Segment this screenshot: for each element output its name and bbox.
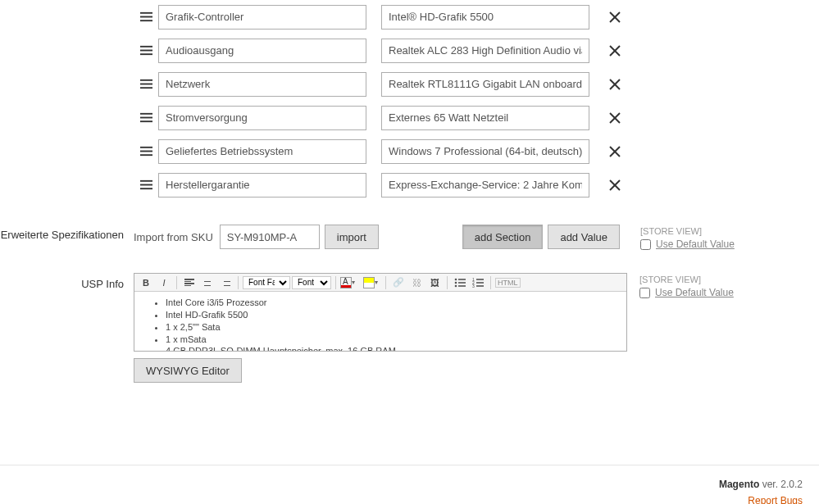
svg-rect-33 bbox=[458, 282, 466, 284]
svg-text:3: 3 bbox=[472, 284, 475, 288]
spec-key-input[interactable] bbox=[158, 106, 366, 130]
import-from-sku-label: Import from SKU bbox=[134, 231, 213, 243]
spec-key-input[interactable] bbox=[158, 173, 366, 198]
spec-row bbox=[134, 34, 803, 67]
svg-rect-22 bbox=[140, 154, 152, 156]
spec-value-input[interactable] bbox=[381, 72, 589, 97]
spec-key-input[interactable] bbox=[158, 72, 366, 97]
unlink-button[interactable]: ⛓ bbox=[408, 275, 425, 290]
svg-rect-31 bbox=[458, 279, 466, 280]
svg-rect-11 bbox=[140, 84, 152, 85]
svg-rect-7 bbox=[140, 53, 152, 55]
delete-row-button[interactable] bbox=[603, 72, 627, 97]
svg-rect-1 bbox=[140, 16, 152, 18]
use-default-checkbox-ext[interactable] bbox=[640, 239, 651, 250]
bg-color-dropdown[interactable]: ▾ bbox=[375, 279, 381, 286]
link-button[interactable]: 🔗 bbox=[390, 275, 407, 290]
svg-rect-37 bbox=[476, 279, 484, 280]
svg-point-30 bbox=[455, 278, 457, 280]
svg-point-34 bbox=[455, 284, 457, 287]
delete-row-button[interactable] bbox=[603, 173, 627, 198]
use-default-label-usp: Use Default Value bbox=[655, 287, 734, 298]
drag-handle-icon[interactable] bbox=[134, 145, 158, 157]
usp-list-item: 4 GB DDR3L SO-DIMM Hauptspeicher, max. 1… bbox=[166, 345, 618, 351]
use-default-label-ext: Use Default Value bbox=[656, 238, 735, 250]
svg-rect-2 bbox=[140, 20, 152, 21]
editor-toolbar: B I Font Family Font Size ▾ ▾ 🔗 ⛓ 🖼 bbox=[134, 274, 626, 292]
font-size-select[interactable]: Font Size bbox=[292, 276, 331, 289]
drag-handle-icon[interactable] bbox=[134, 44, 158, 57]
delete-row-button[interactable] bbox=[603, 5, 627, 30]
add-section-button[interactable]: add Section bbox=[462, 225, 544, 249]
image-button[interactable]: 🖼 bbox=[426, 275, 443, 290]
svg-rect-17 bbox=[140, 120, 152, 122]
delete-row-button[interactable] bbox=[603, 39, 627, 63]
svg-rect-20 bbox=[140, 147, 152, 148]
spec-rows-label bbox=[0, 0, 134, 4]
bulleted-list-button[interactable] bbox=[452, 275, 468, 290]
font-color-button[interactable] bbox=[340, 277, 352, 288]
rich-text-editor[interactable]: B I Font Family Font Size ▾ ▾ 🔗 ⛓ 🖼 bbox=[134, 273, 627, 352]
align-right-button[interactable] bbox=[217, 275, 234, 290]
bg-color-button[interactable] bbox=[363, 277, 375, 288]
import-sku-input[interactable] bbox=[220, 225, 320, 249]
report-bugs-link[interactable]: Report Bugs bbox=[748, 495, 803, 504]
numbered-list-button[interactable]: 123 bbox=[470, 275, 486, 290]
italic-button[interactable]: I bbox=[156, 275, 172, 290]
svg-rect-0 bbox=[140, 12, 152, 14]
spec-value-input[interactable] bbox=[381, 106, 589, 130]
scope-label-usp: [STORE VIEW] bbox=[639, 275, 791, 284]
spec-row bbox=[134, 134, 803, 168]
footer: Magento ver. 2.0.2 Report Bugs bbox=[0, 465, 819, 504]
svg-rect-41 bbox=[476, 285, 484, 287]
add-value-button[interactable]: add Value bbox=[548, 225, 620, 249]
usp-list-item: Intel HD-Grafik 5500 bbox=[166, 309, 618, 321]
spec-value-input[interactable] bbox=[381, 39, 589, 63]
svg-rect-16 bbox=[140, 117, 152, 119]
delete-row-button[interactable] bbox=[603, 106, 627, 130]
scope-label-ext: [STORE VIEW] bbox=[640, 226, 792, 236]
usp-list-item: 1 x mSata bbox=[166, 334, 618, 346]
spec-value-input[interactable] bbox=[381, 139, 589, 164]
bold-button[interactable]: B bbox=[138, 275, 154, 290]
svg-point-32 bbox=[455, 281, 457, 284]
use-default-checkbox-usp[interactable] bbox=[639, 288, 650, 298]
usp-list-item: Intel Core i3/i5 Prozessor bbox=[166, 297, 618, 309]
spec-key-input[interactable] bbox=[158, 39, 366, 63]
svg-rect-39 bbox=[476, 282, 484, 284]
svg-rect-6 bbox=[140, 50, 152, 52]
drag-handle-icon[interactable] bbox=[134, 78, 158, 90]
spec-key-input[interactable] bbox=[158, 139, 366, 164]
spec-row bbox=[134, 168, 803, 202]
drag-handle-icon[interactable] bbox=[134, 179, 158, 191]
svg-rect-15 bbox=[140, 113, 152, 115]
footer-version: ver. 2.0.2 bbox=[759, 479, 803, 490]
footer-brand: Magento bbox=[719, 479, 759, 490]
svg-rect-10 bbox=[140, 79, 152, 81]
delete-row-button[interactable] bbox=[603, 139, 627, 164]
svg-rect-21 bbox=[140, 151, 152, 152]
extended-specs-label: Erweiterte Spezifikationen bbox=[0, 225, 134, 241]
editor-content[interactable]: Intel Core i3/i5 ProzessorIntel HD-Grafi… bbox=[134, 292, 626, 351]
spec-value-input[interactable] bbox=[381, 5, 589, 30]
font-color-dropdown[interactable]: ▾ bbox=[352, 279, 358, 286]
spec-value-input[interactable] bbox=[381, 173, 589, 198]
align-left-button[interactable] bbox=[181, 275, 198, 290]
spec-key-input[interactable] bbox=[158, 5, 366, 30]
svg-rect-25 bbox=[140, 180, 152, 182]
align-center-button[interactable] bbox=[199, 275, 216, 290]
drag-handle-icon[interactable] bbox=[134, 11, 158, 23]
svg-rect-12 bbox=[140, 87, 152, 89]
spec-row bbox=[134, 101, 803, 134]
wysiwyg-editor-button[interactable]: WYSIWYG Editor bbox=[134, 358, 242, 383]
svg-rect-5 bbox=[140, 46, 152, 48]
html-source-button[interactable]: HTML bbox=[495, 278, 521, 288]
import-button[interactable]: import bbox=[325, 225, 379, 249]
drag-handle-icon[interactable] bbox=[134, 111, 158, 124]
svg-rect-27 bbox=[140, 188, 152, 189]
spec-row bbox=[134, 0, 803, 34]
font-family-select[interactable]: Font Family bbox=[243, 276, 290, 289]
svg-rect-26 bbox=[140, 184, 152, 186]
usp-list-item: 1 x 2,5"" Sata bbox=[166, 321, 618, 334]
svg-rect-35 bbox=[458, 285, 466, 287]
